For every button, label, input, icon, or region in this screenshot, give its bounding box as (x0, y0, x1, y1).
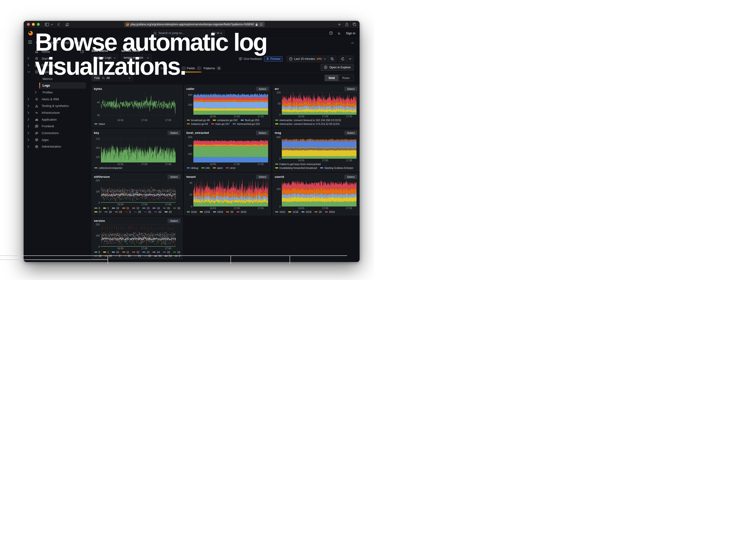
legend-item[interactable]: 19 (115, 210, 122, 213)
legend-item[interactable]: warn (213, 166, 223, 169)
select-button[interactable]: Select (168, 175, 180, 179)
service-name-select[interactable]: tempo-ingester (121, 54, 151, 61)
back-icon[interactable] (57, 23, 60, 26)
select-button[interactable]: Select (168, 219, 180, 223)
legend-item[interactable]: 0 (94, 251, 100, 254)
legend-item[interactable]: memcache: connect timeout to 174.213.22.… (275, 122, 340, 125)
sidebar-item-administration[interactable]: Administration (24, 143, 88, 150)
legend-item[interactable]: 21 (134, 254, 141, 257)
chevron-right-icon[interactable] (27, 125, 31, 128)
legend-item[interactable]: 2 (115, 254, 121, 257)
sidebar-item-dashboards[interactable]: Dashboards (24, 62, 88, 69)
chevron-down-icon[interactable] (51, 24, 53, 25)
sidebar-item-profiles[interactable]: Profiles (24, 89, 88, 96)
chevron-right-icon[interactable] (27, 145, 31, 148)
sidebar-item-home[interactable]: Home (24, 48, 88, 55)
select-button[interactable]: Select (256, 175, 269, 179)
legend-item[interactable]: 29 (314, 210, 322, 213)
refresh-button[interactable] (339, 55, 347, 62)
sign-in-button[interactable]: Sign in (346, 31, 355, 35)
news-icon[interactable] (337, 31, 341, 35)
url-more-icon[interactable]: … (259, 22, 263, 26)
legend-item[interactable]: 11 (122, 251, 129, 254)
chevron-right-icon[interactable] (35, 91, 38, 94)
legend-item[interactable]: Starting Grafana Enterpri (320, 166, 353, 169)
legend-item[interactable]: Failed to get keys from memcached (275, 163, 321, 166)
home-browser-icon[interactable] (65, 23, 69, 26)
legend-item[interactable]: instance.go:43 (187, 122, 208, 125)
legend-item[interactable]: 15 (163, 207, 170, 210)
zoom-window-icon[interactable] (37, 23, 40, 26)
search-input[interactable]: Search or jump to... ⌘+k (151, 30, 225, 37)
legend-item[interactable]: 23 (154, 254, 161, 257)
legend-item[interactable]: 1218 (200, 210, 210, 213)
legend-item[interactable]: 2 (125, 210, 131, 213)
legend-item[interactable]: 10 (112, 207, 119, 210)
sidebar-item-connections[interactable]: Connections (24, 130, 88, 137)
tab-patterns[interactable]: Patterns8 (204, 66, 221, 70)
sidebar-toggle-icon[interactable] (45, 23, 49, 26)
legend-item[interactable]: 18 (94, 254, 101, 257)
legend-item[interactable]: compactor.go:242 (213, 119, 238, 121)
chevron-right-icon[interactable] (27, 98, 31, 100)
help-icon[interactable] (329, 31, 333, 35)
chevron-right-icon[interactable] (27, 64, 31, 67)
legend-item[interactable]: 20 (124, 254, 131, 257)
legend-item[interactable]: 2919 (325, 210, 335, 213)
sidebar-item-explore[interactable]: Explore (24, 69, 88, 75)
grafana-logo[interactable] (28, 31, 33, 37)
refresh-interval-dropdown[interactable] (347, 55, 354, 62)
sidebar-item-apps[interactable]: Apps (24, 137, 88, 143)
legend-item[interactable]: 1 (103, 251, 109, 254)
sidebar-item-starred[interactable]: Starred (24, 55, 88, 62)
legend-item[interactable]: collectors/compactor (94, 166, 122, 169)
select-button[interactable]: Select (256, 131, 269, 135)
sidebar-item-alerts-irm[interactable]: Alerts & IRM (24, 96, 88, 103)
minimize-window-icon[interactable] (32, 23, 35, 26)
give-feedback-button[interactable]: Give feedback (239, 57, 262, 61)
legend-item[interactable]: broadcast.go:48 (187, 119, 210, 121)
legend-item[interactable]: 15 (163, 251, 170, 254)
tab-labels[interactable]: Labels (171, 66, 186, 70)
breadcrumb-item-logs[interactable]: Logs (63, 41, 70, 44)
legend-item[interactable]: Invalidating forwarded broadcast (275, 166, 317, 169)
chevron-right-icon[interactable] (27, 138, 31, 141)
select-button[interactable]: Select (168, 131, 180, 135)
remove-filter-icon[interactable]: × (142, 49, 143, 52)
legend-item[interactable]: 29 (226, 210, 233, 213)
chevron-right-icon[interactable] (27, 111, 31, 114)
legend-item[interactable]: 10 (112, 251, 119, 254)
legend-item[interactable]: 2419 (213, 210, 223, 213)
grid-toggle-option[interactable]: Grid (325, 75, 338, 81)
legend-item[interactable]: 2 (175, 254, 180, 257)
legend-item[interactable]: 19 (104, 254, 112, 257)
legend-item[interactable]: 13 (142, 251, 149, 254)
legend-item[interactable]: memcached.go:153 (233, 122, 260, 125)
legend-item[interactable]: error (226, 166, 235, 169)
sidebar-item-logs[interactable]: Logs (24, 82, 88, 89)
select-button[interactable]: Select (345, 175, 357, 179)
collapse-chevron-icon[interactable] (351, 41, 354, 45)
legend-item[interactable]: 24 (165, 254, 172, 257)
new-tab-icon[interactable] (338, 23, 341, 26)
breadcrumb-item-home[interactable]: Home (36, 41, 44, 44)
chevron-right-icon[interactable] (27, 118, 31, 121)
sidebar-item-application[interactable]: Application (24, 116, 88, 123)
legend-item[interactable]: 18 (104, 210, 112, 213)
share-icon[interactable] (345, 22, 348, 26)
legend-item[interactable]: main.go:107 (211, 122, 230, 125)
data-source-select[interactable]: Explore Logs (92, 54, 118, 61)
legend-item[interactable]: 12 (132, 207, 139, 210)
address-bar[interactable]: play.grafana.org/a/grafana-lokiexplore-a… (124, 22, 265, 27)
legend-item[interactable]: memcache: connect timeout to 162.134.158… (275, 119, 341, 121)
legend-item[interactable]: Value (94, 122, 105, 125)
rows-toggle-option[interactable]: Rows (338, 75, 353, 81)
legend-item[interactable]: 17 (94, 210, 101, 213)
close-window-icon[interactable] (27, 23, 30, 26)
tab-fields[interactable]: Fields (187, 66, 202, 70)
legend-item[interactable]: 1010 (275, 210, 285, 213)
legend-item[interactable]: 2919 (236, 210, 246, 213)
chevron-down-icon[interactable] (27, 71, 31, 73)
legend-item[interactable]: 13 (142, 207, 149, 210)
legend-item[interactable]: 14 (153, 207, 160, 210)
